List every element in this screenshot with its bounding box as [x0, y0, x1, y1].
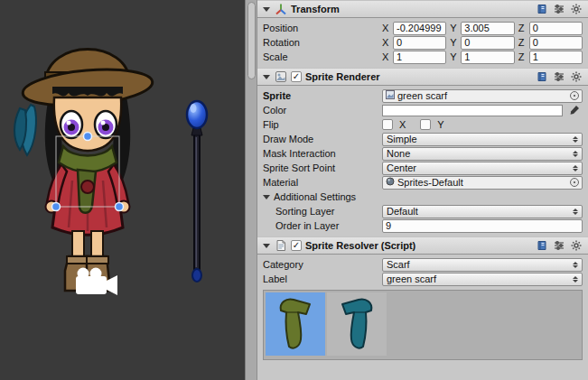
axis-label-y: Y [450, 51, 458, 62]
character-sprite[interactable] [14, 50, 154, 292]
field-label: Sprite [263, 90, 382, 101]
rotation-z-field[interactable]: 0 [529, 36, 583, 50]
additional-settings-foldout[interactable]: Additional Settings [257, 190, 588, 204]
sorting-layer-row: Sorting Layer Default [257, 204, 588, 218]
help-icon[interactable] [535, 3, 548, 16]
field-label: Color [263, 105, 382, 116]
dropdown-value: green scarf [387, 273, 569, 284]
color-swatch[interactable] [382, 105, 563, 116]
sprite-object-field[interactable]: green scarf [382, 89, 583, 103]
position-y-field[interactable]: 3.005 [461, 22, 514, 35]
inspector-scrollbar[interactable] [245, 0, 257, 380]
field-label: Sorting Layer [263, 206, 382, 217]
sprite-renderer-component: ✓ Sprite Renderer Sprite [257, 68, 588, 236]
transform-position-row: Position X-0.204999 Y3.005 Z0 [257, 21, 588, 35]
object-picker-icon[interactable] [570, 178, 579, 187]
foldout-arrow-icon[interactable] [263, 7, 270, 12]
color-field-row: Color [257, 103, 588, 117]
field-label: Category [263, 259, 382, 270]
flip-x-label: X [399, 119, 406, 130]
sprite-thumbnail-green-scarf[interactable] [266, 292, 325, 356]
axis-label-x: X [382, 37, 390, 48]
sprite-object-name: green scarf [397, 90, 567, 101]
scale-y-field[interactable]: 1 [461, 51, 514, 64]
foldout-arrow-icon[interactable] [263, 244, 270, 248]
object-picker-icon[interactable] [570, 91, 579, 100]
mask-interaction-dropdown[interactable]: None [382, 147, 583, 161]
eyedropper-icon[interactable] [566, 105, 583, 116]
script-icon [274, 239, 287, 253]
field-label: Order in Layer [263, 220, 382, 231]
field-label: Sprite Sort Point [263, 162, 382, 173]
component-enabled-checkbox[interactable]: ✓ [291, 240, 302, 251]
mask-interaction-row: Mask Interaction None [257, 146, 588, 161]
presets-icon[interactable] [552, 3, 565, 16]
sprite-renderer-icon [274, 70, 287, 84]
transform-rotation-row: Rotation X0 Y0 Z0 [257, 35, 588, 50]
dropdown-caret-icon [573, 262, 578, 268]
field-label: Position [263, 23, 382, 33]
foldout-arrow-icon[interactable] [263, 75, 270, 79]
field-label: Rotation [263, 37, 382, 48]
dropdown-caret-icon [573, 276, 578, 283]
draw-mode-dropdown[interactable]: Simple [382, 133, 583, 146]
presets-icon[interactable] [552, 70, 565, 84]
flip-y-checkbox[interactable] [420, 119, 431, 130]
axis-label-y: Y [450, 37, 458, 48]
help-icon[interactable] [535, 70, 548, 84]
component-title: Sprite Resolver (Script) [305, 240, 415, 251]
field-label: Draw Mode [263, 134, 382, 144]
dropdown-caret-icon [573, 151, 578, 157]
rotation-x-field[interactable]: 0 [393, 36, 446, 50]
scale-z-field[interactable]: 1 [529, 51, 583, 64]
sorting-layer-dropdown[interactable]: Default [382, 205, 583, 218]
sprite-field-row: Sprite green scarf [257, 88, 588, 103]
dropdown-caret-icon [573, 136, 578, 143]
dropdown-caret-icon [573, 165, 578, 171]
axis-label-z: Z [518, 51, 527, 62]
inspector-panel: Transform Position X-0.204999 Y3.005 [257, 0, 588, 380]
scene-canvas[interactable] [0, 0, 245, 380]
scene-view[interactable] [0, 0, 245, 380]
scrollbar-thumb[interactable] [247, 2, 256, 79]
flip-x-checkbox[interactable] [382, 119, 393, 130]
sprite-renderer-header[interactable]: ✓ Sprite Renderer [257, 68, 588, 86]
dropdown-value: Scarf [387, 259, 569, 270]
dropdown-caret-icon [573, 209, 578, 215]
transform-scale-row: Scale X1 Y1 Z1 [257, 50, 588, 64]
dropdown-value: Default [387, 206, 569, 217]
material-object-field[interactable]: Sprites-Default [382, 176, 583, 190]
label-dropdown[interactable]: green scarf [382, 273, 583, 286]
dropdown-value: Center [387, 162, 569, 173]
category-row: Category Scarf [257, 257, 588, 272]
scale-x-field[interactable]: 1 [393, 51, 446, 64]
field-label: Mask Interaction [263, 148, 382, 159]
camera-gizmo-icon[interactable] [76, 268, 117, 296]
component-title: Sprite Renderer [305, 71, 380, 82]
selection-handle [52, 203, 61, 211]
category-dropdown[interactable]: Scarf [382, 258, 583, 272]
unity-editor-window: Transform Position X-0.204999 Y3.005 [0, 0, 588, 380]
material-object-name: Sprites-Default [397, 177, 567, 188]
position-z-field[interactable]: 0 [529, 22, 583, 35]
sprite-sort-point-dropdown[interactable]: Center [382, 162, 583, 175]
position-x-field[interactable]: -0.204999 [393, 22, 446, 35]
gear-icon[interactable] [569, 239, 583, 253]
component-enabled-checkbox[interactable]: ✓ [291, 71, 302, 82]
transform-header[interactable]: Transform [257, 0, 588, 18]
sprite-resolver-component: ✓ Sprite Resolver (Script) Category [257, 236, 588, 364]
foldout-arrow-icon[interactable] [263, 195, 270, 199]
order-in-layer-field[interactable]: 9 [382, 219, 583, 233]
sprite-resolver-header[interactable]: ✓ Sprite Resolver (Script) [257, 236, 588, 255]
gear-icon[interactable] [569, 3, 583, 16]
transform-component: Transform Position X-0.204999 Y3.005 [257, 0, 588, 68]
gear-icon[interactable] [569, 70, 583, 84]
axis-label-x: X [382, 23, 390, 33]
draw-mode-row: Draw Mode Simple [257, 132, 588, 146]
sprite-thumbnail-teal-scarf[interactable] [327, 292, 387, 356]
transform-icon [274, 3, 287, 16]
rotation-y-field[interactable]: 0 [461, 36, 514, 50]
help-icon[interactable] [535, 239, 548, 253]
staff-sprite[interactable] [187, 101, 207, 282]
presets-icon[interactable] [552, 239, 565, 253]
